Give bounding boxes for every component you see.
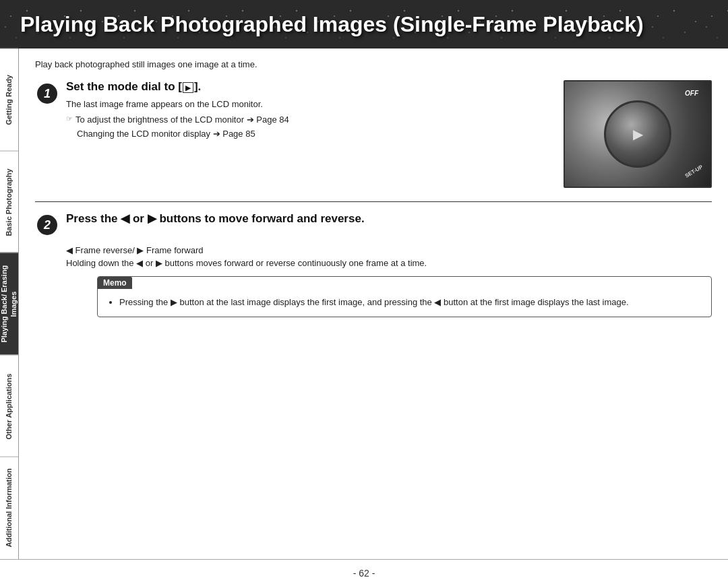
step2-header: 2 Press the ◀ or ▶ buttons to move forwa… [35, 211, 712, 237]
step1-body-line1: The last image frame appears on the LCD … [66, 98, 547, 112]
sidebar-item-playing-back[interactable]: Playing Back/ Erasing Images [0, 253, 18, 355]
step1-title: Set the mode dial to [▶]. [66, 80, 547, 94]
dial-off-label: OFF [685, 90, 698, 97]
main-content: Play back photographed still images one … [19, 48, 728, 559]
step1-number-badge: 1 [35, 82, 59, 106]
step1-content: Set the mode dial to [▶]. The last image… [66, 80, 547, 141]
camera-ref-icon1: ☞ [66, 113, 73, 125]
step1-note1: ☞ To adjust the brightness of the LCD mo… [66, 113, 547, 127]
page-title: Playing Back Photographed Images (Single… [20, 12, 644, 37]
sidebar-item-basic-photography[interactable]: Basic Photography [0, 151, 18, 253]
step1-left: 1 Set the mode dial to [▶]. The last ima… [35, 80, 547, 149]
page-footer: - 62 - [0, 559, 728, 586]
memo-bullet: Pressing the ▶ button at the last image … [119, 296, 702, 310]
step1-body: The last image frame appears on the LCD … [66, 98, 547, 141]
camera-dial-image: ▶ OFF SET-UP [564, 80, 712, 188]
page-header: Playing Back Photographed Images (Single… [0, 0, 728, 48]
step2-arrow-desc: ◀ Frame reverse/ ▶ Frame forward [66, 245, 712, 255]
playback-mode-icon: ▶ [183, 82, 193, 93]
step2-circle: 2 [37, 215, 57, 235]
memo-body: Pressing the ▶ button at the last image … [98, 289, 711, 317]
step1-header: 1 Set the mode dial to [▶]. The last ima… [35, 80, 547, 141]
memo-header: Memo [98, 277, 132, 289]
sidebar: Getting Ready Basic Photography Playing … [0, 48, 19, 559]
step1-note2: Changing the LCD monitor display ➔ Page … [77, 127, 547, 141]
step2-content: Press the ◀ or ▶ buttons to move forward… [66, 211, 712, 231]
sidebar-item-additional-info[interactable]: Additional Information [0, 457, 18, 559]
step2-details: ◀ Frame reverse/ ▶ Frame forward Holding… [66, 245, 712, 317]
step2-title: Press the ◀ or ▶ buttons to move forward… [66, 211, 712, 226]
dial-background: ▶ OFF SET-UP [565, 82, 710, 187]
sidebar-item-getting-ready[interactable]: Getting Ready [0, 48, 18, 151]
step1-circle: 1 [37, 84, 57, 104]
page-number: - 62 - [353, 568, 375, 579]
memo-box: Memo Pressing the ▶ button at the last i… [97, 276, 712, 317]
sidebar-item-other-applications[interactable]: Other Applications [0, 355, 18, 457]
intro-text: Play back photographed still images one … [35, 59, 712, 69]
step2-area: 2 Press the ◀ or ▶ buttons to move forwa… [35, 211, 712, 317]
step2-number-badge: 2 [35, 213, 59, 237]
dial-setup-label: SET-UP [684, 164, 704, 178]
dial-circle: ▶ [604, 100, 671, 168]
step1-row: 1 Set the mode dial to [▶]. The last ima… [35, 80, 712, 188]
dial-arrow-icon: ▶ [633, 126, 643, 142]
step2-body: Holding down the ◀ or ▶ buttons moves fo… [66, 258, 712, 268]
section-divider [35, 201, 712, 202]
